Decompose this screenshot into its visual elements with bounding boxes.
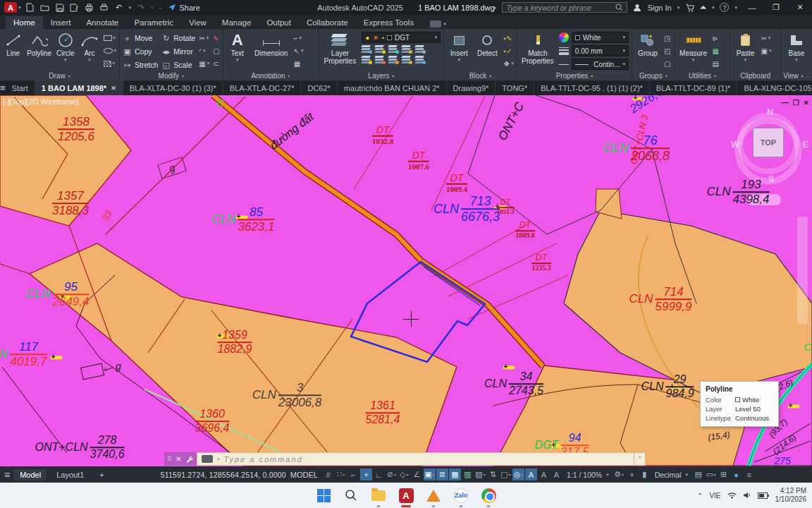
save-icon[interactable]	[55, 3, 65, 13]
line-button[interactable]: Line	[3, 31, 23, 57]
layer-tool-icon[interactable]	[415, 45, 425, 53]
monitor-icon[interactable]: ▭▾	[705, 468, 717, 480]
3d-object-snap-icon[interactable]: ▧▾	[474, 468, 486, 480]
ribbon-tab-insert[interactable]: Insert	[43, 16, 79, 29]
panel-title-modify[interactable]: Modify▾	[120, 71, 223, 80]
quick-properties-icon[interactable]: ▤	[692, 468, 704, 480]
qat-customize-icon[interactable]: ⌄	[159, 5, 163, 11]
undo-icon[interactable]: ↶	[114, 3, 124, 13]
detect-button[interactable]: Detect	[474, 31, 500, 57]
tray-chevron-icon[interactable]: ⌃	[697, 492, 703, 500]
file-tab[interactable]: BLA-TTLT-DC-89 (1)*	[650, 80, 738, 95]
viewcube-east[interactable]: E	[802, 139, 808, 150]
wrench-icon[interactable]	[185, 455, 194, 464]
restore-button[interactable]: ❐	[767, 1, 785, 14]
object-color-select[interactable]: White▾	[572, 32, 629, 43]
drawing-close-icon[interactable]: ✕	[804, 99, 809, 107]
hatch-tool-icon[interactable]: ▾	[104, 58, 117, 69]
id-point-icon[interactable]: ▤	[713, 58, 719, 69]
new-file-icon[interactable]	[25, 3, 35, 13]
panel-title-groups[interactable]: Groups▾	[632, 71, 675, 80]
viewcube-west[interactable]: W	[731, 139, 739, 150]
file-tab-menu-icon[interactable]: ≡	[0, 80, 6, 95]
layer-select[interactable]: ● ☀ ▪ DGT ▾	[362, 32, 441, 43]
quick-select-icon[interactable]: ⊳	[713, 32, 719, 44]
text-button[interactable]: A Text▾	[226, 31, 249, 63]
snap-mode-icon[interactable]: ∷▾	[335, 468, 347, 480]
array-icon[interactable]: ▦▾	[199, 58, 209, 69]
panel-title-clipboard[interactable]: Clipboard	[730, 71, 780, 80]
file-tab[interactable]: BLA-XLNG-DC-105*	[737, 80, 812, 95]
panel-title-draw[interactable]: Draw▾	[0, 71, 119, 80]
app-menu-caret-icon[interactable]: ▾	[18, 5, 21, 11]
viewcube-south[interactable]: S	[768, 174, 775, 184]
file-tab[interactable]: DC62*	[301, 80, 337, 95]
presentation-app[interactable]	[424, 485, 443, 505]
view-cube[interactable]: N W E S TOP	[734, 109, 805, 180]
print-icon[interactable]	[99, 3, 109, 13]
app-menu-button[interactable]: A	[4, 2, 17, 13]
file-tab[interactable]: mautrichdo BAN CHUAN 2*	[338, 80, 447, 95]
viewport-controls[interactable]: [-][Top][2D Wireframe]	[3, 97, 79, 106]
file-tab[interactable]: Start	[6, 80, 35, 95]
redo-caret-icon[interactable]: ▾	[151, 5, 154, 11]
drawing-restore-icon[interactable]: ❐	[793, 99, 799, 107]
dynamic-input-icon[interactable]: ＋	[360, 468, 372, 480]
autodesk-caret-icon[interactable]: ▾	[712, 5, 715, 11]
explode-icon[interactable]: ▢	[213, 45, 219, 56]
viewcube-north[interactable]: N	[767, 107, 773, 117]
viewcube-top-button[interactable]: TOP	[753, 128, 784, 157]
open-folder-icon[interactable]	[40, 3, 50, 13]
trim-icon[interactable]: ✂▾	[199, 32, 209, 44]
plot-icon[interactable]	[85, 3, 94, 13]
file-tab[interactable]: Drawing9*	[447, 80, 496, 95]
ribbon-tab-collaborate[interactable]: Collaborate	[299, 16, 356, 29]
copy-clip-icon[interactable]: ▣▾	[761, 45, 771, 56]
file-tab[interactable]: BLA-TTLT-DC-95 . (1) (1) (2)*	[534, 80, 650, 95]
layer-tool-icon[interactable]	[388, 45, 398, 53]
drawing-minimize-icon[interactable]: —	[782, 99, 789, 107]
panel-title-annotation[interactable]: Annotation▾	[223, 71, 319, 80]
match-properties-button[interactable]: Match Properties	[520, 31, 555, 65]
group-select-icon[interactable]: ▢	[664, 58, 670, 69]
panel-title-view[interactable]: View▾⌄	[781, 71, 812, 80]
settings-gear-icon[interactable]: ⚙▾	[613, 468, 625, 480]
ortho-mode-icon[interactable]: ∟	[373, 468, 385, 480]
linetype-select[interactable]: Contin...▾	[572, 59, 629, 70]
customization-icon[interactable]: ≡	[743, 468, 755, 480]
ribbon-extra-dropdown[interactable]: ▾	[426, 19, 450, 29]
fillet-icon[interactable]: ◜▾	[199, 45, 209, 56]
graphics-performance-icon[interactable]: ⊞	[718, 468, 730, 480]
copy-button[interactable]: ▣Copy	[123, 45, 158, 58]
ribbon-tab-manage[interactable]: Manage	[214, 16, 259, 29]
help-search-input[interactable]: Type a keyword or phrase	[502, 2, 627, 13]
command-bar[interactable]: ⠿ ✕ ▾ Type a command ⌃	[164, 452, 646, 466]
ungroup-icon[interactable]: ◳	[664, 32, 670, 44]
ellipse-tool-icon[interactable]: ▾	[104, 45, 117, 56]
new-layout-button[interactable]: +	[94, 469, 109, 480]
close-button[interactable]: ✕	[791, 1, 809, 14]
arc-button[interactable]: Arc▾	[79, 31, 99, 63]
command-icon[interactable]	[202, 455, 213, 463]
chrome-browser[interactable]	[479, 485, 498, 505]
layer-tool-icon[interactable]	[375, 56, 385, 64]
minimize-button[interactable]: —	[743, 1, 761, 14]
share-button[interactable]: Share	[168, 4, 199, 12]
layer-tool-icon[interactable]	[362, 56, 371, 64]
ribbon-tab-express-tools[interactable]: Express Tools	[356, 16, 422, 29]
units-value[interactable]: Decimal	[655, 471, 682, 479]
leader-icon[interactable]: ⌐▾	[294, 32, 304, 44]
search-expand-icon[interactable]: ▸	[494, 5, 497, 11]
isolate-objects-icon[interactable]: ●	[730, 468, 742, 480]
command-bar-grip[interactable]: ⠿ ✕	[164, 452, 197, 466]
autoscale-icon[interactable]: A	[538, 468, 550, 480]
stretch-button[interactable]: ↦Stretch	[123, 59, 158, 71]
mirror-button[interactable]: ◂▸Mirror	[161, 45, 195, 58]
volume-icon[interactable]	[743, 492, 751, 499]
annotation-scale-icon[interactable]: A	[550, 468, 562, 480]
drawing-canvas[interactable]: [-][Top][2D Wireframe] — ❐ ✕ N W E S TOP…	[0, 95, 812, 466]
layer-tool-icon[interactable]	[402, 45, 412, 53]
erase-icon[interactable]: ✎	[213, 32, 219, 44]
ribbon-tab-home[interactable]: Home	[6, 16, 43, 29]
object-snap-icon[interactable]: ▣▾	[424, 468, 436, 480]
